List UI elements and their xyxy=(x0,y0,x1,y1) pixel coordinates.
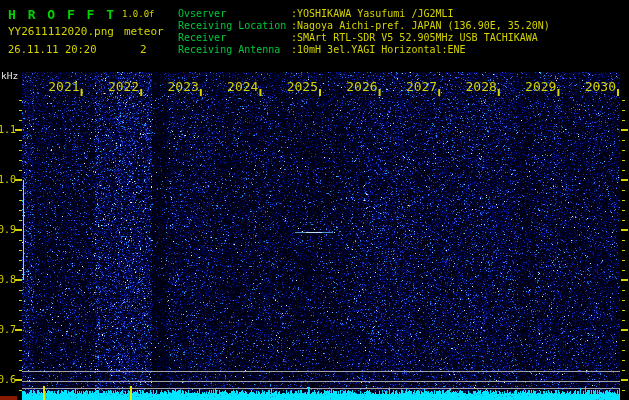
station-info-value: :YOSHIKAWA Yasufumi /JG2MLI xyxy=(291,8,454,19)
time-tick-label: 2030 xyxy=(585,79,616,94)
freq-axis-unit: kHz xyxy=(1,70,18,81)
station-info-value: :Nagoya Aichi-pref. JAPAN (136.90E, 35.2… xyxy=(291,20,550,31)
freq-tick-label: 1.1 xyxy=(0,124,16,135)
freq-tick-label: 0.7 xyxy=(0,324,16,335)
mode-label: meteor xyxy=(124,25,164,38)
spectrogram-canvas xyxy=(0,0,629,400)
station-info-label: Receiver xyxy=(178,32,291,44)
station-info-block: Ovserver:YOSHIKAWA Yasufumi /JG2MLIRecei… xyxy=(178,8,550,56)
station-info-value: :SMArt RTL-SDR V5 52.905MHz USB TACHIKAW… xyxy=(291,32,538,43)
meteor-count: 2 xyxy=(140,43,147,56)
time-tick-label: 2025 xyxy=(287,79,318,94)
freq-tick-label: 0.9 xyxy=(0,224,16,235)
time-tick-label: 2024 xyxy=(227,79,258,94)
time-tick-label: 2023 xyxy=(167,79,198,94)
time-tick-label: 2021 xyxy=(48,79,79,94)
freq-tick-label: 0.6 xyxy=(0,374,16,385)
time-tick-label: 2029 xyxy=(525,79,556,94)
date-time: 26.11.11 20:20 xyxy=(8,43,97,55)
app-title: H R O F F T xyxy=(8,7,116,22)
time-tick-label: 2027 xyxy=(406,79,437,94)
time-tick-label: 2026 xyxy=(346,79,377,94)
freq-tick-label: 1.0 xyxy=(0,174,16,185)
station-info-label: Receiving Antenna xyxy=(178,44,291,56)
hrofft-screenshot: { "app": { "title": "H R O F F T", "vers… xyxy=(0,0,629,400)
station-info-row: Ovserver:YOSHIKAWA Yasufumi /JG2MLI xyxy=(178,8,550,20)
station-info-row: Receiver:SMArt RTL-SDR V5 52.905MHz USB … xyxy=(178,32,550,44)
station-info-row: Receiving Antenna:10mH 3el.YAGI Horizont… xyxy=(178,44,550,56)
app-version: 1.0.0f xyxy=(122,9,155,19)
station-info-row: Receiving Location:Nagoya Aichi-pref. JA… xyxy=(178,20,550,32)
freq-tick-label: 0.8 xyxy=(0,274,16,285)
time-tick-label: 2022 xyxy=(108,79,139,94)
station-info-value: :10mH 3el.YAGI Horizontal:ENE xyxy=(291,44,466,55)
output-filename: YY2611112020.png xyxy=(8,25,114,38)
station-info-label: Ovserver xyxy=(178,8,291,20)
station-info-label: Receiving Location xyxy=(178,20,291,32)
time-tick-label: 2028 xyxy=(465,79,496,94)
